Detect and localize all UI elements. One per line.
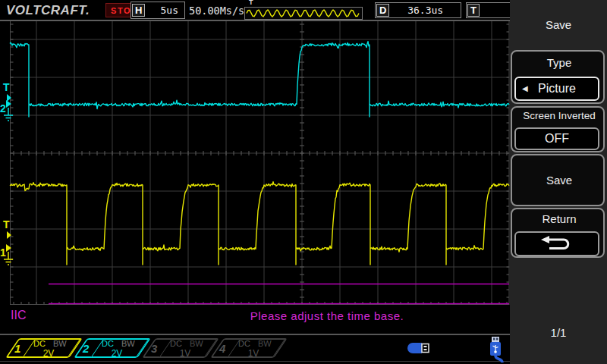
bandwidth-label: BW	[121, 339, 135, 348]
channel-4-badge[interactable]: 4DCBW1V	[217, 338, 281, 358]
coupling-label: DC	[170, 339, 182, 348]
vertical-scale: 2V	[32, 348, 65, 359]
page-indicator: 1/1	[510, 326, 607, 339]
channel-number: 1	[14, 342, 20, 355]
menu-section-save[interactable]: Save	[511, 154, 605, 206]
return-label: Return	[512, 212, 606, 225]
memory-waveform-icon	[245, 8, 360, 18]
trigger-level-box[interactable]: T	[466, 2, 511, 18]
vertical-scale: 1V	[168, 348, 202, 359]
ch2-trigger-level-marker: T	[3, 81, 10, 93]
sample-rate: 50.00Ms/s	[189, 5, 244, 17]
bandwidth-label: BW	[190, 339, 203, 348]
vertical-scale: 1V	[237, 348, 270, 359]
channel-1-badge[interactable]: 1DCBW2V	[12, 338, 76, 358]
menu-panel: Save Type ◀ Picture Screen Inverted OFF …	[510, 0, 607, 364]
bandwidth-label: BW	[258, 339, 272, 348]
ch1-ground-marker: 1	[0, 246, 6, 259]
scope-message: Please adjust the time base.	[225, 309, 429, 322]
return-button[interactable]	[514, 231, 599, 256]
waveform-display: T2T1	[0, 0, 510, 312]
timebase-box[interactable]: H 5us	[131, 2, 185, 19]
decode-bus-label: IIC	[11, 309, 26, 322]
channel-number: 3	[151, 342, 157, 355]
delay-value: 36.3us	[390, 5, 461, 16]
trigger-position-label: T	[249, 0, 253, 6]
horizontal-label: H	[132, 4, 145, 17]
top-bar: VOLTCRAFT. STOP H 5us 50.00Ms/s T D 36.3…	[0, 0, 510, 20]
trigger-position-indicator[interactable]	[244, 7, 363, 20]
screen-inverted-button[interactable]: OFF	[514, 127, 599, 150]
channel-2-badge[interactable]: 2DCBW2V	[80, 338, 144, 358]
save-button-label: Save	[512, 174, 606, 187]
usb-storage-icon	[405, 341, 431, 355]
left-arrow-icon: ◀	[522, 84, 528, 93]
type-value-button[interactable]: ◀ Picture	[514, 77, 599, 101]
trigger-label: T	[467, 4, 480, 17]
menu-title: Save	[510, 18, 607, 31]
channel-3-badge[interactable]: 3DCBW1V	[149, 338, 212, 358]
ch1-trigger-level-marker: T	[3, 218, 10, 231]
channel-number: 4	[219, 342, 225, 355]
oscilloscope-screen: T2T1 IIC Please adjust the time base. VO…	[0, 0, 607, 364]
coupling-label: DC	[102, 339, 114, 348]
coupling-label: DC	[238, 339, 250, 348]
usb-device-icon	[486, 337, 506, 364]
ch1-trigger-level-marker-arrow-icon	[7, 231, 11, 239]
screen-inverted-label: Screen Inverted	[512, 110, 606, 121]
vertical-scale: 2V	[100, 348, 134, 359]
channel-number: 2	[83, 342, 89, 355]
bandwidth-label: BW	[53, 339, 67, 348]
bottombar-separator	[0, 334, 510, 335]
ch2-ground-marker: 2	[0, 102, 6, 115]
channel-status-bar: 1DCBW2V2DCBW2V3DCBW1V4DCBW1V	[0, 337, 510, 364]
screen-inverted-value: OFF	[545, 132, 569, 146]
coupling-label: DC	[33, 339, 46, 348]
type-label: Type	[512, 56, 606, 69]
return-arrow-icon	[539, 236, 574, 253]
type-value: Picture	[538, 82, 576, 96]
timebase-value: 5us	[146, 5, 184, 16]
trace-ch2	[10, 42, 509, 117]
topbar-separator	[0, 20, 510, 21]
brand-logo: VOLTCRAFT.	[6, 3, 90, 18]
trace-ch1	[10, 182, 509, 265]
delay-label: D	[376, 4, 389, 17]
delay-box[interactable]: D 36.3us	[375, 2, 461, 18]
